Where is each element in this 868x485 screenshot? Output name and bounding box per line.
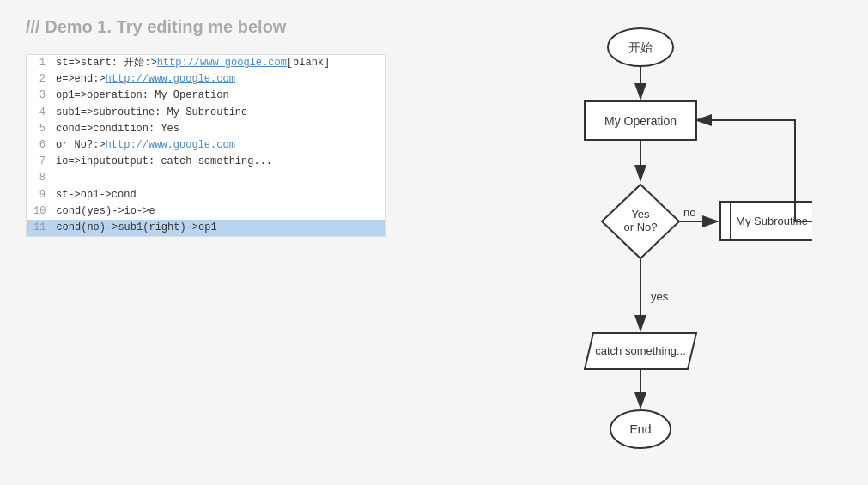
line-number-9: 9 [27, 187, 52, 203]
svg-marker-5 [602, 185, 679, 258]
line-number-1: 1 [27, 55, 52, 71]
line-content-9: st->op1->cond [52, 187, 385, 203]
line-content-2: e=>end:>http://www.google.com [52, 71, 385, 88]
code-line-3: 3 op1=>operation: My Operation [27, 88, 385, 104]
line-number-6: 6 [27, 137, 52, 154]
svg-text:or No?: or No? [623, 221, 657, 233]
line-number-10: 10 [27, 203, 52, 220]
code-line-1: 1 st=>start: 开始:>http://www.google.com[b… [27, 55, 385, 71]
start-label: 开始 [628, 40, 653, 54]
right-panel: 开始 My Operation Yes or No? yes no [412, 0, 868, 485]
code-line-10: 10 cond(yes)->io->e [27, 203, 385, 220]
end-label: End [629, 422, 651, 436]
svg-rect-10 [720, 202, 812, 240]
svg-point-15 [610, 410, 671, 448]
code-line-9: 9 st->op1->cond [27, 187, 385, 203]
line-number-2: 2 [27, 71, 52, 88]
line-content-11: cond(no)->sub1(right)->op1 [52, 220, 385, 236]
line-content-6: or No?:>http://www.google.com [52, 137, 385, 154]
line-number-5: 5 [27, 121, 52, 137]
line-content-1: st=>start: 开始:>http://www.google.com[bla… [52, 55, 385, 71]
code-line-5: 5 cond=>condition: Yes [27, 121, 385, 137]
flowchart: 开始 My Operation Yes or No? yes no [469, 9, 812, 476]
line-content-4: sub1=>subroutine: My Subroutine [52, 105, 385, 121]
line-number-8: 8 [27, 170, 52, 186]
yes-label: yes [651, 290, 669, 303]
line-content-10: cond(yes)->io->e [52, 203, 385, 220]
code-editor[interactable]: 1 st=>start: 开始:>http://www.google.com[b… [26, 54, 386, 237]
svg-marker-13 [585, 333, 696, 369]
code-line-8: 8 [27, 170, 385, 186]
code-line-4: 4 sub1=>subroutine: My Subroutine [27, 105, 385, 121]
left-panel: /// Demo 1. Try editing me below 1 st=>s… [0, 0, 412, 485]
code-line-11: 11 cond(no)->sub1(right)->op1 [27, 220, 385, 236]
svg-text:Yes: Yes [631, 208, 650, 221]
line-number-11: 11 [27, 220, 52, 236]
no-label: no [683, 206, 695, 219]
line-number-3: 3 [27, 88, 52, 104]
line-number-7: 7 [27, 154, 52, 170]
line-content-3: op1=>operation: My Operation [52, 88, 385, 104]
operation-label: My Operation [604, 114, 676, 128]
line-content-5: cond=>condition: Yes [52, 121, 385, 137]
demo-title: /// Demo 1. Try editing me below [26, 17, 386, 37]
svg-point-1 [608, 28, 673, 66]
subroutine-label: My Subroutine [736, 215, 808, 227]
io-label: catch something... [595, 344, 686, 357]
svg-rect-3 [585, 101, 696, 140]
code-line-7: 7 io=>inputoutput: catch something... [27, 154, 385, 170]
code-line-6: 6 or No?:>http://www.google.com [27, 137, 385, 154]
line-content-8 [52, 170, 385, 186]
line-content-7: io=>inputoutput: catch something... [52, 154, 385, 170]
line-number-4: 4 [27, 105, 52, 121]
code-line-2: 2 e=>end:>http://www.google.com [27, 71, 385, 88]
demo-title-text: /// Demo 1. Try editing me below [26, 17, 286, 36]
